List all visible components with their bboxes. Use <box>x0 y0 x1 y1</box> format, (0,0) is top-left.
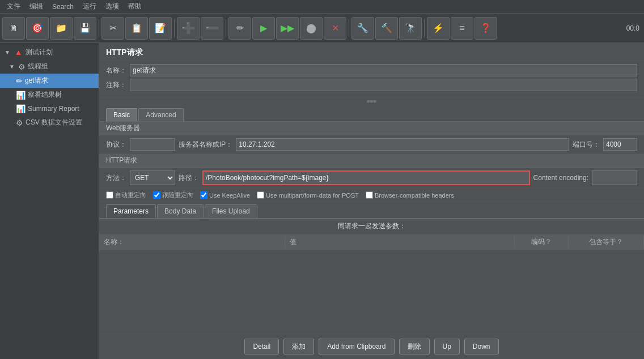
sidebar-item-thread-group[interactable]: ▼ ⚙ 线程组 <box>0 59 99 74</box>
comment-input[interactable] <box>130 79 637 91</box>
resize-row[interactable]: ≡≡≡ <box>99 97 644 106</box>
comment-row: 注释： <box>106 79 637 91</box>
tab-advanced[interactable]: Advanced <box>138 108 183 121</box>
add-param-button[interactable]: 添加 <box>283 339 314 354</box>
name-input[interactable] <box>130 64 637 76</box>
new-button[interactable]: 🗎 <box>2 17 25 40</box>
sidebar-item-result-tree[interactable]: 📊 察看结果树 <box>0 88 99 102</box>
http-request-header: HTTP请求 <box>99 43 644 61</box>
play-button[interactable]: ▶ <box>252 17 275 40</box>
keepalive-checkbox[interactable] <box>200 191 207 199</box>
encoding-input[interactable] <box>592 170 637 185</box>
view-button[interactable]: 🔭 <box>399 17 422 40</box>
sidebar-item-get-request[interactable]: ✏ get请求 <box>0 74 99 88</box>
main-layout: ▼ 🔺 测试计划 ▼ ⚙ 线程组 ✏ get请求 📊 察看结果树 📊 Summa… <box>0 43 644 359</box>
col-header-name: 名称： <box>99 236 285 248</box>
tab-body-data[interactable]: Body Data <box>157 204 204 218</box>
csv-settings-icon: ⚙ <box>16 118 23 127</box>
protocol-label: 协议： <box>106 140 126 149</box>
server-name-input[interactable] <box>236 138 569 151</box>
name-label: 名称： <box>106 66 126 75</box>
copy-button[interactable]: 📋 <box>125 17 148 40</box>
toolbar-sep-3 <box>226 19 226 37</box>
sidebar-label-thread-group: 线程组 <box>28 62 48 71</box>
get-request-icon: ✏ <box>16 76 23 86</box>
edit-button[interactable]: ✏ <box>228 17 251 40</box>
protocol-input[interactable] <box>130 138 175 151</box>
open-button[interactable]: 📁 <box>50 17 73 40</box>
tab-parameters[interactable]: Parameters <box>106 204 156 218</box>
checkbox-multipart[interactable]: Use multipart/form-data for POST <box>257 191 359 199</box>
remove-button[interactable]: ➖ <box>201 17 223 40</box>
follow-redirect-checkbox[interactable] <box>153 191 160 199</box>
tool2-button[interactable]: 🔨 <box>375 17 398 40</box>
toolbar-sep-5 <box>424 19 425 37</box>
toolbar: 🗎 🎯 📁 💾 ✂ 📋 📝 ➕ ➖ ✏ ▶ ▶▶ ⬤ ✕ 🔧 🔨 🔭 ⚡ ≡ ❓… <box>0 14 644 43</box>
menu-search[interactable]: Search <box>48 2 78 12</box>
func-button[interactable]: ⚡ <box>427 17 450 40</box>
down-button[interactable]: Down <box>464 339 499 354</box>
path-label: 路径： <box>179 173 199 183</box>
menu-file[interactable]: 文件 <box>2 1 25 12</box>
list-button[interactable]: ≡ <box>451 17 473 40</box>
method-row: 方法： GET POST PUT DELETE 路径： Content enco… <box>99 168 644 189</box>
thread-group-icon: ⚙ <box>18 62 26 71</box>
checkbox-follow-redirect[interactable]: 跟随重定向 <box>153 191 193 199</box>
sidebar-label-result-tree: 察看结果树 <box>28 90 62 100</box>
detail-button[interactable]: Detail <box>244 339 279 354</box>
encoding-label: Content encoding: <box>533 174 588 182</box>
form-area: 名称： 注释： <box>99 61 644 97</box>
col-header-encode: 编码？ <box>515 236 569 248</box>
port-input[interactable] <box>603 138 637 151</box>
bottom-bar: Detail 添加 Add from Clipboard 删除 Up Down <box>99 334 644 359</box>
browser-headers-checkbox[interactable] <box>366 191 373 199</box>
sidebar-item-test-plan[interactable]: ▼ 🔺 测试计划 <box>0 45 99 59</box>
toolbar-time: 00:0 <box>626 24 642 32</box>
multipart-checkbox[interactable] <box>257 191 264 199</box>
sidebar-item-csv-settings[interactable]: ⚙ CSV 数据文件设置 <box>0 116 99 130</box>
sidebar-item-summary-report[interactable]: 📊 Summary Report <box>0 102 99 116</box>
name-row: 名称： <box>106 64 637 76</box>
sidebar-label-summary-report: Summary Report <box>28 105 79 113</box>
paste-button[interactable]: 📝 <box>149 17 172 40</box>
cut-button[interactable]: ✂ <box>101 17 124 40</box>
delete-button[interactable]: 删除 <box>399 339 430 354</box>
checkbox-auto-redirect[interactable]: 自动重定向 <box>106 191 146 199</box>
target-button[interactable]: 🎯 <box>26 17 49 40</box>
checkbox-browser-headers[interactable]: Browser-compatible headers <box>366 191 454 199</box>
result-tree-icon: 📊 <box>16 91 26 100</box>
expand-icon-thread: ▼ <box>9 63 15 70</box>
server-row: 协议： 服务器名称或IP： 端口号： <box>99 135 644 154</box>
add-button[interactable]: ➕ <box>177 17 200 40</box>
comment-label: 注释： <box>106 80 126 90</box>
test-plan-icon: 🔺 <box>14 48 23 57</box>
menu-run[interactable]: 运行 <box>78 1 101 12</box>
method-label: 方法： <box>106 173 126 183</box>
menu-edit[interactable]: 编辑 <box>25 1 48 12</box>
expand-icon-test-plan: ▼ <box>5 49 10 55</box>
tool1-button[interactable]: 🔧 <box>351 17 374 40</box>
stop-button[interactable]: ✕ <box>324 17 346 40</box>
tab-basic[interactable]: Basic <box>106 108 137 121</box>
checkbox-keepalive[interactable]: Use KeepAlive <box>200 191 250 199</box>
method-select[interactable]: GET POST PUT DELETE <box>130 170 175 185</box>
help-button[interactable]: ❓ <box>474 17 497 40</box>
up-button[interactable]: Up <box>434 339 460 354</box>
save-button[interactable]: 💾 <box>74 17 96 40</box>
server-name-label: 服务器名称或IP： <box>179 140 232 149</box>
summary-report-icon: 📊 <box>16 104 26 113</box>
record-button[interactable]: ⬤ <box>300 17 323 40</box>
menubar: 文件 编辑 Search 运行 选项 帮助 <box>0 0 644 14</box>
params-body <box>99 250 644 334</box>
params-title: 同请求一起发送参数： <box>99 219 644 234</box>
sidebar-label-get-request: get请求 <box>25 76 48 86</box>
port-label: 端口号： <box>573 140 600 149</box>
add-from-clipboard-button[interactable]: Add from Clipboard <box>319 339 394 354</box>
tab-files-upload[interactable]: Files Upload <box>205 204 257 218</box>
auto-redirect-checkbox[interactable] <box>106 191 113 199</box>
menu-help[interactable]: 帮助 <box>124 1 146 12</box>
sidebar-label-test-plan: 测试计划 <box>26 48 53 57</box>
fastplay-button[interactable]: ▶▶ <box>276 17 299 40</box>
menu-options[interactable]: 选项 <box>101 1 124 12</box>
path-input[interactable] <box>202 170 530 185</box>
